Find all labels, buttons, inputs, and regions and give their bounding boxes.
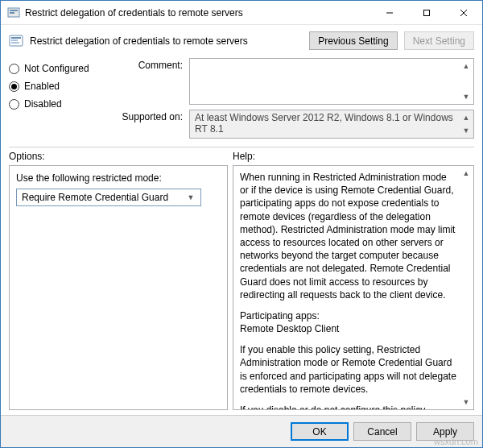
supported-on-box: At least Windows Server 2012 R2, Windows… — [189, 110, 474, 139]
supported-on-label: Supported on: — [110, 110, 183, 139]
help-text: Remote Desktop Client — [240, 323, 339, 334]
svg-rect-8 — [11, 37, 21, 39]
options-label: Options: — [9, 151, 233, 162]
ok-label: OK — [312, 426, 326, 438]
previous-setting-button[interactable]: Previous Setting — [309, 31, 397, 50]
comment-textarea[interactable]: ▲ ▼ — [189, 58, 474, 105]
header-row: Restrict delegation of credentials to re… — [1, 25, 482, 55]
radio-icon — [9, 81, 19, 92]
options-panel: Use the following restricted mode: Requi… — [9, 165, 228, 410]
cancel-button[interactable]: Cancel — [353, 422, 411, 441]
help-text: Participating apps: — [240, 310, 320, 321]
previous-setting-label: Previous Setting — [318, 35, 388, 47]
policy-title: Restrict delegation of credentials to re… — [30, 35, 303, 47]
help-paragraph: If you disable or do not configure this … — [240, 404, 457, 410]
svg-rect-1 — [10, 10, 18, 11]
window-title: Restrict delegation of credentials to re… — [25, 7, 371, 19]
help-scrollbar[interactable]: ▲ ▼ — [460, 167, 473, 409]
policy-app-icon — [7, 6, 20, 19]
radio-icon — [9, 99, 19, 110]
dialog-window: Restrict delegation of credentials to re… — [0, 0, 483, 448]
scroll-up-icon[interactable]: ▲ — [460, 111, 473, 124]
restricted-mode-label: Use the following restricted mode: — [16, 172, 221, 184]
help-paragraph: When running in Restricted Administratio… — [240, 171, 457, 301]
dropdown-value: Require Remote Credential Guard — [22, 192, 181, 203]
help-paragraph: Participating apps: Remote Desktop Clien… — [240, 309, 457, 335]
dialog-button-row: OK Cancel Apply — [1, 415, 482, 447]
fields-column: Comment: ▲ ▼ Supported on: At least Wind… — [110, 58, 474, 139]
comment-label: Comment: — [110, 58, 183, 105]
ok-button[interactable]: OK — [291, 422, 349, 441]
radio-label-enabled: Enabled — [24, 81, 60, 92]
help-paragraph: If you enable this policy setting, Restr… — [240, 343, 457, 396]
options-help-panels: Use the following restricted mode: Requi… — [1, 165, 482, 415]
cancel-label: Cancel — [367, 426, 397, 438]
svg-rect-4 — [424, 10, 430, 15]
svg-rect-9 — [11, 39, 18, 41]
maximize-button[interactable] — [408, 1, 445, 24]
comment-scrollbar[interactable]: ▲ ▼ — [460, 60, 473, 103]
radio-not-configured[interactable]: Not Configured — [9, 63, 110, 74]
state-radio-group: Not Configured Enabled Disabled — [9, 58, 110, 139]
scroll-up-icon[interactable]: ▲ — [460, 167, 473, 180]
svg-rect-10 — [11, 42, 19, 44]
next-setting-label: Next Setting — [413, 35, 465, 47]
help-label: Help: — [233, 151, 474, 162]
window-controls — [371, 1, 482, 24]
minimize-button[interactable] — [371, 1, 408, 24]
close-button[interactable] — [445, 1, 482, 24]
supported-on-value: At least Windows Server 2012 R2, Windows… — [195, 112, 453, 135]
titlebar: Restrict delegation of credentials to re… — [1, 1, 482, 25]
divider — [9, 147, 474, 147]
scroll-down-icon[interactable]: ▼ — [460, 124, 473, 137]
options-help-labels: Options: Help: — [1, 149, 482, 165]
chevron-down-icon: ▼ — [184, 193, 197, 201]
radio-enabled[interactable]: Enabled — [9, 81, 110, 92]
help-panel: When running in Restricted Administratio… — [233, 165, 474, 410]
radio-icon — [9, 64, 19, 74]
radio-label-disabled: Disabled — [24, 98, 62, 110]
config-area: Not Configured Enabled Disabled Comment:… — [1, 55, 482, 143]
next-setting-button[interactable]: Next Setting — [404, 31, 474, 50]
supported-scrollbar[interactable]: ▲ ▼ — [460, 111, 473, 137]
supported-row: Supported on: At least Windows Server 20… — [110, 110, 474, 139]
comment-row: Comment: ▲ ▼ — [110, 58, 474, 105]
apply-button[interactable]: Apply — [416, 422, 474, 441]
radio-disabled[interactable]: Disabled — [9, 98, 110, 110]
scroll-down-icon[interactable]: ▼ — [460, 396, 473, 409]
apply-label: Apply — [433, 426, 457, 438]
scroll-up-icon[interactable]: ▲ — [460, 60, 473, 73]
svg-rect-2 — [10, 12, 14, 14]
restricted-mode-dropdown[interactable]: Require Remote Credential Guard ▼ — [16, 189, 201, 206]
policy-icon — [9, 34, 23, 48]
scroll-down-icon[interactable]: ▼ — [460, 90, 473, 103]
radio-label-not-configured: Not Configured — [24, 63, 89, 74]
